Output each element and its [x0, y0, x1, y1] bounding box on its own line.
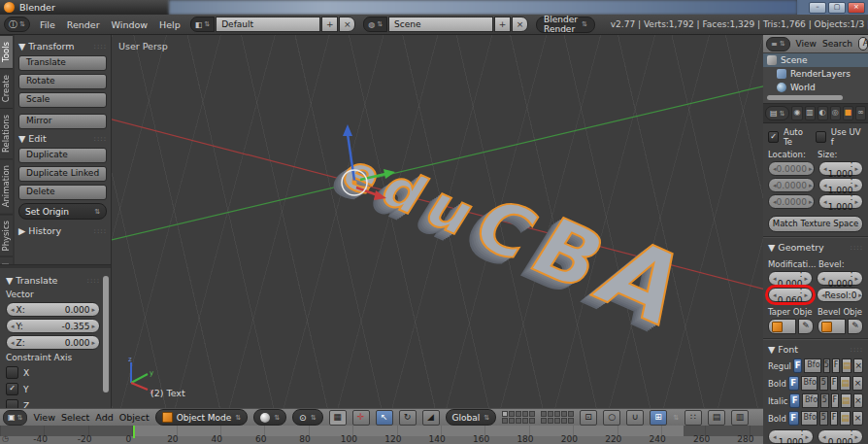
viewport-menu-object[interactable]: Object [119, 412, 150, 423]
snap-target-icon[interactable]: ∷ [684, 410, 702, 426]
layer-cell[interactable] [516, 411, 521, 417]
outliner-editor-type-icon[interactable]: ≡⇅ [766, 37, 790, 51]
snap-magnet-icon[interactable]: ∪ [626, 410, 644, 426]
font-datablock-icon[interactable]: F [793, 359, 802, 373]
menu-window[interactable]: Window [110, 19, 150, 30]
maximize-button[interactable]: ▢ [828, 2, 846, 14]
layer-cell[interactable] [529, 411, 535, 417]
snap-dropdown-arrows[interactable]: ⇅ [673, 414, 679, 422]
set-origin-dropdown[interactable]: Set Origin ⇅ [18, 203, 107, 220]
outliner-display-dropdown[interactable]: Al [858, 37, 868, 51]
pivot-center-dropdown[interactable]: ⊙ ⇅ [292, 409, 322, 426]
axis-z-checkbox[interactable] [6, 399, 18, 408]
translate-operator-header[interactable]: ▼ Translate :::: [6, 275, 100, 286]
proportional-edit-icon[interactable]: ○ [603, 410, 620, 426]
snap-element-icon[interactable]: ⊞ [650, 410, 667, 426]
render-engine-dropdown[interactable]: Blender Render ⇅ [536, 17, 595, 33]
layer-cell[interactable] [561, 418, 567, 424]
layer-cell[interactable] [509, 418, 515, 424]
unlink-icon[interactable]: × [853, 393, 863, 408]
viewport-editor-type-icon[interactable]: ▣⇅ [3, 410, 27, 426]
outliner-item-renderlayers[interactable]: RenderLayers [763, 67, 868, 81]
transform-panel-header[interactable]: ▼ Transform :::: [18, 41, 107, 51]
minimize-button[interactable]: – [809, 2, 826, 14]
font-users-count[interactable]: 5 [823, 359, 831, 373]
use-uv-checkbox[interactable] [816, 131, 826, 143]
constraints-tab-icon[interactable]: ∞ [855, 106, 866, 120]
unlink-icon[interactable]: × [852, 376, 863, 391]
font-users-count[interactable]: 5 [819, 376, 828, 391]
bevel-depth-field[interactable]: ◂: 0.000▸ [817, 271, 863, 286]
layer-cell[interactable] [522, 418, 528, 424]
auto-texture-checkbox[interactable]: ✓ [768, 131, 779, 143]
tab-create[interactable]: Create [0, 68, 13, 108]
manipulator-scale-icon[interactable]: ◢ [422, 410, 440, 426]
layer-cell[interactable] [561, 411, 567, 417]
unlink-icon[interactable]: × [852, 411, 863, 426]
outliner-scrollbar[interactable] [767, 95, 843, 100]
duplicate-linked-button[interactable]: Duplicate Linked [18, 166, 107, 182]
texspace-size-x-field[interactable]: ◂: 1.000▸ [818, 161, 863, 176]
layer-cell[interactable] [548, 411, 553, 417]
world-tab-icon[interactable]: ◎ [830, 106, 841, 120]
axis-x-checkbox[interactable] [6, 366, 18, 379]
fake-user-button[interactable]: F [830, 376, 839, 391]
menu-file[interactable]: File [38, 19, 57, 30]
font-name-field[interactable]: Bfo [801, 376, 818, 391]
scale-button[interactable]: Scale [18, 92, 107, 108]
open-file-icon[interactable]: ▤ [840, 376, 851, 391]
mirror-button[interactable]: Mirror [18, 114, 107, 129]
font-name-field[interactable]: Bfo [801, 411, 818, 426]
tab-animation[interactable]: Animation [0, 158, 13, 213]
tab-tools[interactable]: Tools [0, 35, 13, 68]
outliner-menu-search[interactable]: Search [822, 39, 852, 49]
delete-button[interactable]: Delete [18, 185, 107, 200]
render-layers-tab-icon[interactable]: ▥ [805, 106, 816, 120]
manipulator-rotate-icon[interactable]: ↻ [399, 410, 417, 426]
object-tab-icon[interactable]: ■ [843, 106, 853, 120]
vector-y-field[interactable]: ◂Y: -0.355▸ [6, 319, 100, 333]
layer-cell[interactable] [554, 411, 560, 417]
texspace-size-z-field[interactable]: ◂: 1.000▸ [818, 194, 863, 209]
fake-user-button[interactable]: F [831, 393, 839, 408]
match-texture-space-button[interactable]: Match Texture Space [768, 216, 863, 232]
add-scene-button[interactable]: + [494, 17, 511, 32]
close-button[interactable]: × [848, 2, 865, 14]
tab-physics[interactable]: Physics [0, 214, 13, 256]
bevel-object-field[interactable]: ✎ [818, 319, 863, 334]
outliner-menu-view[interactable]: View [796, 39, 817, 49]
layer-cell[interactable] [568, 411, 574, 417]
viewport-menu-view[interactable]: View [33, 412, 55, 423]
manipulator-translate-icon[interactable]: ↖ [376, 410, 393, 426]
menu-render[interactable]: Render [65, 19, 102, 30]
lock-to-scene-icon[interactable]: ⊡ [580, 410, 597, 426]
layer-grid-1[interactable] [502, 411, 535, 424]
opengl-render-anim-icon[interactable]: ▥ [731, 410, 749, 426]
vector-x-field[interactable]: ◂X: 0.000▸ [6, 302, 100, 317]
menu-help[interactable]: Help [157, 19, 183, 30]
transform-orientation-dropdown[interactable]: Global ⇅ [446, 409, 497, 426]
font-name-field[interactable]: Bfo [802, 393, 818, 408]
font-datablock-icon[interactable]: F [788, 376, 799, 391]
eyedropper-icon[interactable]: ✎ [848, 319, 863, 334]
fake-user-button[interactable]: F [830, 411, 839, 426]
duplicate-button[interactable]: Duplicate [18, 148, 107, 163]
font-datablock-icon[interactable]: F [788, 411, 799, 426]
layer-grid-2[interactable] [541, 411, 574, 424]
geometry-panel-header[interactable]: ▼ Geometry :::: [768, 242, 863, 253]
unlink-icon[interactable]: × [853, 359, 863, 373]
info-editor-type-icon[interactable]: ⓘ⇅ [4, 17, 30, 32]
layer-cell[interactable] [554, 418, 560, 424]
scene-selector-icon[interactable]: ◍⇅ [363, 17, 387, 32]
operator-panel-scrollbar[interactable] [103, 276, 109, 393]
opengl-render-icon[interactable]: ▤ [708, 410, 725, 426]
timeline[interactable]: ◷ -40-2002040608010012014016018020022024… [0, 426, 763, 444]
mode-dropdown[interactable]: Object Mode ⇅ [155, 409, 249, 426]
font-size-field[interactable]: ◂: 1.000▸ [768, 429, 814, 444]
viewport-shading-dropdown[interactable]: ⇅ [253, 409, 286, 426]
viewport-menu-add[interactable]: Add [95, 412, 113, 423]
open-file-icon[interactable]: ▤ [840, 411, 851, 426]
fake-user-button[interactable]: F [832, 359, 840, 373]
offset-field[interactable]: ◂: 0.000▸ [768, 271, 813, 286]
texspace-loc-x-field[interactable]: ◂0.0000▸ [768, 161, 815, 176]
